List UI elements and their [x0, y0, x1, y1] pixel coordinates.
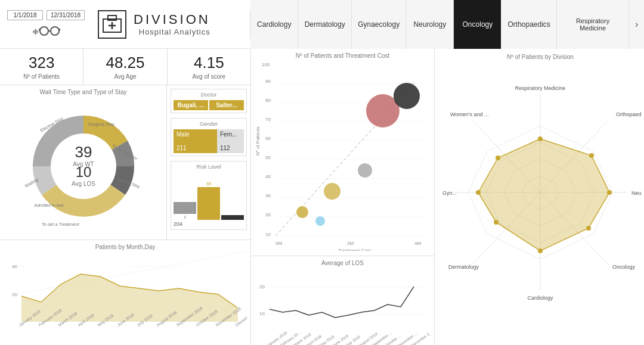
- stats-row: 323 Nº of Patients 48.25 Avg Age 4.15 Av…: [0, 49, 250, 85]
- svg-text:Avg LOS: Avg LOS: [72, 181, 95, 187]
- date-filters: 1/1/2018 12/31/2018 ⌖: [7, 10, 85, 39]
- svg-text:40: 40: [12, 264, 17, 269]
- svg-text:To get a Treatment: To get a Treatment: [42, 222, 79, 226]
- svg-point-101: [538, 248, 543, 253]
- svg-point-64: [315, 216, 325, 226]
- center-panel: Nº of Patients and Threatment Cost 10 20…: [251, 49, 435, 345]
- tab-orthopaedics[interactable]: Orthopaedics: [501, 0, 557, 49]
- svg-text:Admitted to bed: Admitted to bed: [34, 203, 63, 207]
- risk-bar-2-count: 36: [206, 181, 212, 187]
- risk-bar-1-label: I: [184, 215, 185, 220]
- svg-text:70: 70: [265, 117, 271, 122]
- donut-title: Wait Time Type and Type of Stay: [4, 89, 163, 95]
- patients-chart-section: Patients by Month,Day 40 20 January 2018…: [0, 240, 250, 345]
- svg-point-63: [324, 183, 340, 200]
- risk-bar-3[interactable]: [221, 172, 244, 220]
- patients-value: 323: [7, 54, 76, 72]
- svg-text:Orthopaedics: Orthopaedics: [616, 111, 641, 117]
- svg-point-102: [494, 220, 499, 225]
- svg-point-0: [40, 27, 48, 35]
- glasses-svg-icon: [39, 26, 60, 36]
- gender-male-btn[interactable]: Male 211: [174, 129, 217, 153]
- gender-filter: Gender Male 211 Fem... 112: [171, 118, 247, 156]
- risk-bar-3-fill: [221, 215, 244, 220]
- main: 323 Nº of Patients 48.25 Avg Age 4.15 Av…: [0, 49, 644, 345]
- svg-text:Dermatology: Dermatology: [448, 264, 479, 270]
- svg-text:40: 40: [265, 174, 271, 179]
- risk-filter: Risk Level I 36: [171, 161, 247, 230]
- date-start[interactable]: 1/1/2018: [7, 10, 43, 20]
- date-end[interactable]: 12/31/2018: [47, 10, 85, 20]
- gender-female-count: 112: [220, 145, 241, 151]
- svg-text:20: 20: [265, 212, 271, 217]
- svg-text:Surgical Stay: Surgical Stay: [88, 122, 114, 127]
- nav-next-arrow[interactable]: ›: [629, 0, 644, 49]
- doctor-btn-row: Bugali, ... Salter...: [174, 100, 244, 110]
- svg-text:Treatment Cost: Treatment Cost: [338, 248, 371, 251]
- tab-respiratory[interactable]: Respiratory Medicine: [557, 0, 629, 49]
- svg-line-3: [39, 29, 40, 31]
- patients-stat: 323 Nº of Patients: [0, 49, 83, 85]
- avg-age-value: 48.25: [91, 54, 159, 72]
- avg-age-label: Avg Age: [91, 73, 159, 80]
- risk-bar-1[interactable]: I: [174, 172, 196, 220]
- gender-title: Gender: [174, 121, 244, 127]
- nav-tabs: Cardiology Dermatology Gynaecology Neuro…: [250, 0, 644, 49]
- tab-dermatology[interactable]: Dermatology: [298, 0, 352, 49]
- svg-text:Nº of Patients: Nº of Patients: [255, 126, 261, 156]
- svg-text:4M: 4M: [414, 241, 421, 246]
- patients-label: Nº of Patients: [7, 73, 76, 80]
- gender-female-btn[interactable]: Fem... 112: [217, 129, 244, 153]
- svg-point-62: [296, 206, 308, 218]
- svg-text:10: 10: [75, 164, 91, 180]
- svg-text:100: 100: [262, 62, 270, 67]
- tab-neurology[interactable]: Neurology: [406, 0, 454, 49]
- los-chart-title: Average of LOS: [255, 260, 431, 266]
- right-panel: Nº of Patients by Division: [435, 49, 644, 345]
- svg-point-1: [51, 27, 59, 35]
- glasses-icon[interactable]: ⌖: [32, 25, 39, 39]
- tab-oncology[interactable]: Oncology: [454, 0, 501, 49]
- risk-bar-1-fill: [174, 202, 196, 214]
- svg-text:Oncology: Oncology: [612, 264, 636, 270]
- svg-point-99: [607, 190, 612, 195]
- tab-cardiology[interactable]: Cardiology: [250, 0, 298, 49]
- radar-title: Nº of Patients by Division: [439, 54, 641, 60]
- risk-title: Risk Level: [174, 164, 244, 170]
- risk-bottom-label: 204: [174, 221, 244, 227]
- doctor-btn-1[interactable]: Bugali, ...: [174, 100, 208, 110]
- risk-bar-2-fill: [197, 187, 220, 220]
- svg-point-104: [496, 156, 500, 160]
- avg-score-label: Avg of score: [175, 73, 243, 80]
- brand-title: DIVISION Hospital Analytics: [134, 12, 210, 36]
- header-left: 1/1/2018 12/31/2018 ⌖: [0, 10, 250, 39]
- filter-wrap: Doctor Bugali, ... Salter... Gender Male…: [167, 85, 250, 240]
- gender-female-label: Fem...: [220, 131, 241, 138]
- risk-bar-2[interactable]: 36: [197, 172, 220, 220]
- logo-box: [98, 10, 126, 39]
- svg-text:10: 10: [259, 311, 265, 316]
- tab-gynaecology[interactable]: Gynaecology: [352, 0, 406, 49]
- patients-line-chart: 40 20 January 2018 February 2018 March 2…: [4, 251, 247, 329]
- doctor-btn-2[interactable]: Salter...: [209, 100, 244, 110]
- left-top: Wait Time Type and Type of Stay: [0, 85, 250, 240]
- svg-point-103: [476, 190, 481, 195]
- donut-chart: 39 Avg WT 10 Avg LOS Surgical Stay To se…: [24, 107, 143, 226]
- svg-text:Neur...: Neur...: [631, 190, 641, 196]
- risk-bars: I 36: [174, 172, 244, 220]
- svg-text:30: 30: [265, 193, 271, 198]
- svg-point-67: [358, 163, 372, 178]
- svg-text:0M: 0M: [275, 241, 282, 246]
- svg-text:20: 20: [12, 292, 17, 297]
- date-row: 1/1/2018 12/31/2018: [7, 10, 85, 20]
- svg-text:80: 80: [265, 98, 271, 103]
- svg-point-97: [538, 136, 543, 141]
- svg-text:39: 39: [75, 143, 92, 161]
- patients-chart-title: Patients by Month,Day: [4, 244, 247, 250]
- svg-point-98: [589, 153, 594, 158]
- svg-point-100: [586, 226, 591, 231]
- scatter-chart: 10 20 30 40 50 60 70 80 90 100 Nº of Pat…: [255, 60, 431, 251]
- los-chart-section: Average of LOS 20 10 January 2018 Februa…: [251, 256, 434, 345]
- svg-text:10: 10: [265, 232, 271, 237]
- svg-line-4: [59, 29, 60, 31]
